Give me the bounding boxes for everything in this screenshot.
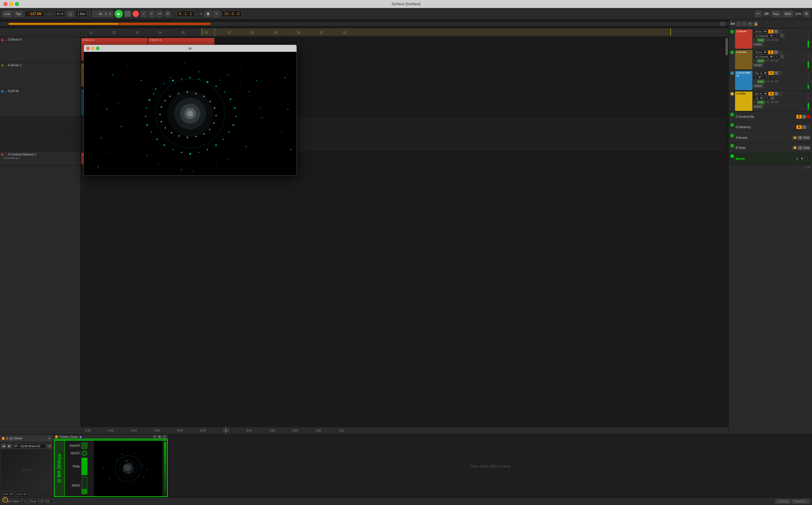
preset-prev-button[interactable]: ◀ [1,444,6,448]
track-1-s-button[interactable]: S [774,30,778,33]
set-minus-button[interactable]: ← [736,22,741,26]
track-3-fader[interactable] [806,71,811,90]
punch-button[interactable]: ⇥ [156,11,163,17]
track-5-s-button[interactable]: S [802,115,806,119]
return-b-toggle[interactable] [730,143,734,152]
plugin-btn-1[interactable] [6,437,9,440]
play-button[interactable]: ▶ [115,10,123,18]
detail-button[interactable]: ⊞ [803,11,810,17]
tap-button[interactable]: Tap [14,11,23,17]
vertical-scrollbar[interactable] [725,37,728,427]
pc-side-fader[interactable] [164,442,166,495]
track-2-input-select[interactable]: All Ins [753,50,768,54]
track-1-color-block[interactable]: 1 Serum [735,29,753,49]
track-4-auto-btn[interactable]: Auto [757,101,765,104]
tuning-button[interactable]: ⌥ [199,12,203,15]
return-a-post-btn[interactable]: Post [803,136,810,140]
overlay-window-controls[interactable] [86,47,99,50]
loop-mode-button[interactable]: ⟳ [164,11,171,17]
track-4-toggle[interactable] [730,92,734,111]
track-2-s-button[interactable]: S [774,50,778,54]
track-header-1[interactable]: … 3-Serum 4 [0,37,81,62]
track-4-active-indicator[interactable] [730,92,734,96]
overlay-max-button[interactable] [96,47,99,50]
track-3-channel-select[interactable]: 1 [753,75,762,79]
track-5-red-indicator[interactable] [807,115,810,119]
track-4-s-button[interactable]: S [774,92,778,96]
pc-index-slider[interactable] [82,477,87,494]
track-3-s-button[interactable]: S [774,71,778,75]
return-b-indicator[interactable] [730,144,734,147]
minimize-button[interactable] [9,2,13,6]
overlay-min-button[interactable] [91,47,95,50]
set-lock-button[interactable]: 🔒 [754,22,758,26]
pc-reset-button[interactable] [82,450,87,456]
track-6-s-button[interactable]: S [802,125,806,129]
pc-onoff-checkbox[interactable]: ✕ [82,443,87,449]
plugin-btn-2[interactable] [10,437,13,440]
pencil-button[interactable]: ✏ [755,11,762,17]
status-serum-btn[interactable]: 2-Serum [775,499,790,504]
track-3-circle-btn[interactable] [779,71,782,75]
track-3-master[interactable]: Master [753,84,763,88]
preset-menu-button[interactable]: ▾ [47,444,52,448]
arrangement-button[interactable]: ▣ [205,11,212,17]
track-2-fader[interactable] [806,50,811,69]
close-button[interactable] [3,2,7,6]
track-3-color-block[interactable]: 3 XLNT-Mid Te [735,71,753,90]
track-6-circle-btn[interactable] [807,125,810,129]
track-header-2[interactable]: … 5-Serum 1 [0,62,81,88]
time-signature[interactable]: 4 / 4 [55,11,65,17]
loop-position[interactable]: → 26.2.2 [93,11,113,17]
return-b-s-button[interactable]: S [798,146,802,150]
return-b-post-btn[interactable]: Post [803,146,810,150]
preset-name-display[interactable]: SY - Synth Brass AZ [13,444,46,449]
preset-next-button[interactable]: ▶ [7,444,11,448]
track-2-master[interactable]: Master [753,63,763,67]
overview-scroll[interactable]: ⋮ [720,22,725,26]
overlay-close-button[interactable] [86,47,90,50]
master-indicator[interactable] [730,154,734,158]
track-4-color-block[interactable]: 4 Audio [735,92,753,111]
return-a-indicator[interactable] [730,134,734,137]
track-1-active-indicator[interactable] [730,30,734,33]
bottom-knob[interactable] [2,497,8,503]
track-2-channel-select[interactable]: All Channel [753,55,774,58]
track-header-4[interactable]: … 5-Cerebral Washout 1 6-Dahrkring 1 [0,151,81,166]
track-4-input-select[interactable]: Ext. In [753,92,768,96]
record-button[interactable] [133,11,139,17]
track-1-circle-btn[interactable] [779,30,782,33]
track-3-input-select[interactable]: Ext. In [753,71,768,75]
quantize-display[interactable]: 1 Bar [76,11,87,17]
return-a-toggle[interactable] [730,133,734,142]
insert-select-1[interactable]: none [1,492,14,496]
window-controls[interactable] [3,2,19,6]
link-button[interactable]: Link [2,11,12,17]
track-4-master[interactable]: Master [753,105,763,109]
stop-button[interactable] [125,11,131,17]
track-5-toggle[interactable] [730,112,734,121]
track-4-circle-btn[interactable] [779,92,782,96]
midi-toggle[interactable]: MIDI [783,11,793,17]
track-2-auto-btn[interactable]: Auto [757,59,765,63]
track-1-input-select[interactable]: All Ins [753,30,768,33]
track-1-master[interactable]: Master [753,43,763,46]
metronome-button[interactable]: ◎ [67,11,74,17]
add-button[interactable]: + [141,11,146,17]
track-2-circle-btn[interactable] [779,50,782,54]
track-6-toggle[interactable] [730,123,734,132]
track-1-toggle[interactable] [730,29,734,49]
track-2-color-block[interactable]: 2 Serum [735,50,753,69]
loop-button[interactable]: ⌗ [148,11,154,17]
track-5-active-indicator[interactable] [730,113,734,116]
track-2-active-indicator[interactable] [730,51,734,54]
track-1-channel-select[interactable]: All Channel [753,34,774,38]
set-edit-button[interactable]: ✏ [748,22,753,26]
track-1-auto-btn[interactable]: Auto [757,38,765,42]
track-4-channel-select[interactable]: 1/2 [753,96,764,100]
track-header-3[interactable]: … XLNT-M [0,88,81,117]
pc-help-button[interactable]: ? [153,435,157,439]
track-6-active-indicator[interactable] [730,123,734,127]
track-3-auto-btn[interactable]: Auto [757,80,765,83]
keyboard-button[interactable]: ⌨ [763,11,770,16]
